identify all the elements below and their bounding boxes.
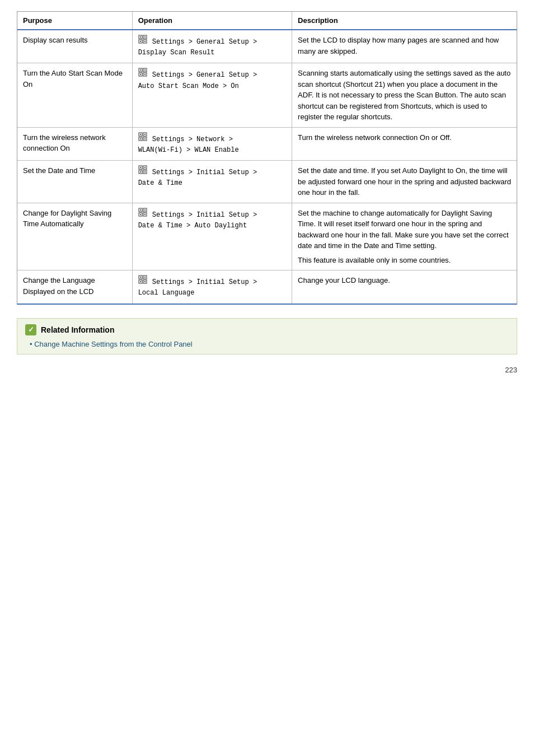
purpose-cell: Change the Language Displayed on the LCD xyxy=(17,270,132,304)
purpose-text: Set the Date and Time xyxy=(23,166,95,175)
purpose-text: Change for Daylight Saving Time Automati… xyxy=(23,209,111,228)
table-row: Turn the Auto Start Scan Mode On xyxy=(17,63,517,128)
description-cell: Set the LCD to display how many pages ar… xyxy=(292,30,517,63)
description-text-1: Set the machine to change automatically … xyxy=(298,208,511,251)
purpose-text: Turn the wireless network connection On xyxy=(23,133,106,153)
op-text-1: Settings > General Setup > xyxy=(152,38,257,46)
purpose-cell: Display scan results xyxy=(17,30,132,63)
op-text-1: Settings > General Setup > xyxy=(152,71,257,79)
operation-line: Settings > Initial Setup > xyxy=(138,275,286,288)
settings-icon xyxy=(138,165,148,174)
page-number: 223 xyxy=(17,366,517,374)
table-row: Turn the wireless network connection On xyxy=(17,127,517,160)
operation-cell: Settings > General Setup > Auto Start Sc… xyxy=(132,63,292,128)
op-text-1: Settings > Network > xyxy=(152,136,233,143)
operation-cell: Settings > Network > WLAN(Wi-Fi) > WLAN … xyxy=(132,127,292,160)
table-row: Change for Daylight Saving Time Automati… xyxy=(17,203,517,270)
svg-point-15 xyxy=(144,74,145,75)
table-row: Display scan results xyxy=(17,30,517,63)
table-wrapper: Purpose Operation Description Display sc… xyxy=(17,11,517,305)
svg-point-22 xyxy=(139,138,140,139)
description-text: Set the LCD to display how many pages ar… xyxy=(298,36,499,55)
svg-point-29 xyxy=(144,167,145,168)
settings-icon xyxy=(138,208,148,217)
svg-point-38 xyxy=(139,214,140,215)
related-info-header: ✓ Related Information xyxy=(25,324,509,335)
purpose-cell: Turn the Auto Start Scan Mode On xyxy=(17,63,132,128)
description-text-2: This feature is available only in some c… xyxy=(298,255,511,266)
operation-line2: Date & Time xyxy=(138,178,286,189)
operation-cell: Settings > Initial Setup > Local Languag… xyxy=(132,270,292,304)
operation-line: Settings > Initial Setup > xyxy=(138,208,286,221)
operation-cell: Settings > General Setup > Display Scan … xyxy=(132,30,292,63)
svg-point-45 xyxy=(144,277,145,278)
main-table: Purpose Operation Description Display sc… xyxy=(17,12,517,304)
svg-point-4 xyxy=(139,36,140,38)
svg-point-36 xyxy=(139,209,140,211)
operation-line2: Auto Start Scan Mode > On xyxy=(138,81,286,92)
operation-line2: Local Language xyxy=(138,288,286,298)
purpose-cell: Set the Date and Time xyxy=(17,161,132,203)
svg-point-37 xyxy=(144,209,145,211)
svg-point-31 xyxy=(144,171,145,172)
purpose-text: Change the Language Displayed on the LCD xyxy=(23,276,95,296)
operation-line: Settings > Initial Setup > xyxy=(138,165,286,178)
related-info-title: Related Information xyxy=(41,325,114,334)
svg-point-21 xyxy=(144,134,145,135)
description-text: Scanning starts automatically using the … xyxy=(298,69,510,121)
related-info-link[interactable]: Change Machine Settings from the Control… xyxy=(25,340,193,348)
op-text-1: Settings > Initial Setup > xyxy=(152,211,257,219)
header-operation: Operation xyxy=(132,12,292,30)
purpose-text: Turn the Auto Start Scan Mode On xyxy=(23,69,123,88)
svg-point-23 xyxy=(144,138,145,139)
operation-line: Settings > Network > xyxy=(138,132,286,145)
operation-cell: Settings > Initial Setup > Date & Time xyxy=(132,161,292,203)
operation-line: Settings > General Setup > xyxy=(138,35,286,48)
settings-icon xyxy=(138,68,148,77)
header-purpose: Purpose xyxy=(17,12,132,30)
operation-line2: Date & Time > Auto Daylight xyxy=(138,221,286,231)
svg-point-46 xyxy=(139,281,140,282)
purpose-cell: Change for Daylight Saving Time Automati… xyxy=(17,203,132,270)
svg-point-13 xyxy=(144,69,145,71)
operation-line2: WLAN(Wi-Fi) > WLAN Enable xyxy=(138,145,286,156)
description-cell: Set the machine to change automatically … xyxy=(292,203,517,270)
svg-point-44 xyxy=(139,277,140,278)
table-header-row: Purpose Operation Description xyxy=(17,12,517,30)
description-text: Change your LCD language. xyxy=(298,276,390,284)
table-row: Change the Language Displayed on the LCD xyxy=(17,270,517,304)
description-text: Turn the wireless network connection On … xyxy=(298,133,452,142)
purpose-cell: Turn the wireless network connection On xyxy=(17,127,132,160)
svg-point-7 xyxy=(144,41,145,42)
operation-line2: Display Scan Result xyxy=(138,48,286,58)
operation-line: Settings > General Setup > xyxy=(138,68,286,81)
description-cell: Scanning starts automatically using the … xyxy=(292,63,517,128)
op-text-1: Settings > Initial Setup > xyxy=(152,169,257,176)
operation-cell: Settings > Initial Setup > Date & Time >… xyxy=(132,203,292,270)
header-description: Description xyxy=(292,12,517,30)
related-info-box: ✓ Related Information Change Machine Set… xyxy=(17,318,517,354)
svg-point-28 xyxy=(139,167,140,168)
svg-point-47 xyxy=(144,281,145,282)
description-cell: Change your LCD language. xyxy=(292,270,517,304)
svg-point-6 xyxy=(139,41,140,42)
check-icon: ✓ xyxy=(25,324,36,335)
related-info-links: Change Machine Settings from the Control… xyxy=(25,340,509,348)
svg-point-39 xyxy=(144,214,145,215)
svg-point-14 xyxy=(139,74,140,75)
svg-point-30 xyxy=(139,171,140,172)
settings-icon xyxy=(138,35,148,44)
svg-point-12 xyxy=(139,69,140,71)
table-row: Set the Date and Time xyxy=(17,161,517,203)
svg-point-5 xyxy=(144,36,145,38)
svg-point-20 xyxy=(139,134,140,135)
description-cell: Set the date and time. If you set Auto D… xyxy=(292,161,517,203)
purpose-text: Display scan results xyxy=(23,36,88,44)
settings-icon xyxy=(138,275,148,284)
settings-icon xyxy=(138,132,148,141)
description-cell: Turn the wireless network connection On … xyxy=(292,127,517,160)
op-text-1: Settings > Initial Setup > xyxy=(152,278,257,286)
description-text: Set the date and time. If you set Auto D… xyxy=(298,166,511,197)
